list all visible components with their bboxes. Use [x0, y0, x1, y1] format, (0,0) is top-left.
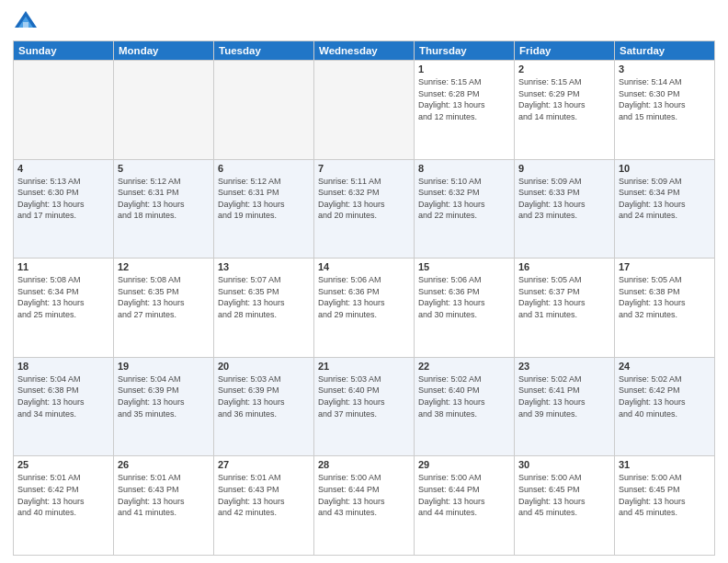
day-number: 13: [218, 261, 310, 272]
day-number: 14: [318, 261, 410, 272]
calendar-cell: 24Sunrise: 5:02 AM Sunset: 6:42 PM Dayli…: [615, 357, 715, 456]
day-info: Sunrise: 5:02 AM Sunset: 6:40 PM Dayligh…: [418, 373, 510, 419]
day-info: Sunrise: 5:01 AM Sunset: 6:43 PM Dayligh…: [118, 472, 210, 518]
day-number: 7: [318, 163, 410, 174]
day-info: Sunrise: 5:05 AM Sunset: 6:38 PM Dayligh…: [619, 274, 711, 320]
day-number: 23: [518, 361, 610, 372]
day-info: Sunrise: 5:00 AM Sunset: 6:44 PM Dayligh…: [418, 472, 510, 518]
day-number: 28: [318, 459, 410, 470]
weekday-header-saturday: Saturday: [615, 41, 715, 61]
calendar-cell: 21Sunrise: 5:03 AM Sunset: 6:40 PM Dayli…: [314, 357, 415, 456]
day-number: 1: [418, 63, 510, 75]
day-info: Sunrise: 5:15 AM Sunset: 6:29 PM Dayligh…: [518, 76, 610, 122]
calendar-cell: 14Sunrise: 5:06 AM Sunset: 6:36 PM Dayli…: [314, 259, 415, 358]
calendar-cell: 29Sunrise: 5:00 AM Sunset: 6:44 PM Dayli…: [415, 456, 515, 556]
day-info: Sunrise: 5:03 AM Sunset: 6:39 PM Dayligh…: [218, 373, 310, 419]
day-number: 17: [619, 261, 711, 272]
day-number: 27: [218, 459, 310, 470]
day-number: 16: [518, 261, 610, 272]
page: SundayMondayTuesdayWednesdayThursdayFrid…: [0, 0, 728, 563]
day-number: 31: [619, 459, 711, 470]
day-info: Sunrise: 5:03 AM Sunset: 6:40 PM Dayligh…: [318, 373, 410, 419]
calendar-cell: 26Sunrise: 5:01 AM Sunset: 6:43 PM Dayli…: [114, 456, 214, 556]
day-number: 20: [218, 361, 310, 372]
logo-icon: [13, 9, 39, 35]
logo: [13, 9, 42, 35]
day-number: 11: [17, 261, 109, 272]
day-number: 8: [418, 163, 510, 174]
calendar: SundayMondayTuesdayWednesdayThursdayFrid…: [13, 40, 715, 556]
weekday-header-sunday: Sunday: [14, 41, 114, 61]
calendar-week-row: 4Sunrise: 5:13 AM Sunset: 6:30 PM Daylig…: [14, 159, 715, 259]
weekday-header-tuesday: Tuesday: [214, 41, 314, 61]
day-number: 19: [118, 361, 210, 372]
day-number: 9: [518, 163, 610, 174]
calendar-cell: [314, 61, 415, 160]
day-number: 4: [17, 163, 109, 174]
day-number: 15: [418, 261, 510, 272]
day-info: Sunrise: 5:00 AM Sunset: 6:45 PM Dayligh…: [619, 472, 711, 518]
day-info: Sunrise: 5:08 AM Sunset: 6:34 PM Dayligh…: [17, 274, 109, 320]
day-info: Sunrise: 5:12 AM Sunset: 6:31 PM Dayligh…: [218, 176, 310, 222]
day-number: 29: [418, 459, 510, 470]
calendar-cell: 1Sunrise: 5:15 AM Sunset: 6:28 PM Daylig…: [415, 61, 515, 160]
day-info: Sunrise: 5:15 AM Sunset: 6:28 PM Dayligh…: [418, 76, 510, 122]
day-info: Sunrise: 5:12 AM Sunset: 6:31 PM Dayligh…: [118, 176, 210, 222]
calendar-cell: 4Sunrise: 5:13 AM Sunset: 6:30 PM Daylig…: [14, 159, 114, 259]
day-number: 3: [619, 63, 711, 75]
calendar-cell: 25Sunrise: 5:01 AM Sunset: 6:42 PM Dayli…: [14, 456, 114, 556]
day-info: Sunrise: 5:07 AM Sunset: 6:35 PM Dayligh…: [218, 274, 310, 320]
weekday-header-wednesday: Wednesday: [314, 41, 415, 61]
calendar-week-row: 1Sunrise: 5:15 AM Sunset: 6:28 PM Daylig…: [14, 61, 715, 160]
calendar-cell: 8Sunrise: 5:10 AM Sunset: 6:32 PM Daylig…: [415, 159, 515, 259]
day-number: 2: [518, 63, 610, 75]
day-info: Sunrise: 5:09 AM Sunset: 6:33 PM Dayligh…: [518, 176, 610, 222]
weekday-header-friday: Friday: [515, 41, 615, 61]
day-info: Sunrise: 5:04 AM Sunset: 6:39 PM Dayligh…: [118, 373, 210, 419]
calendar-cell: 19Sunrise: 5:04 AM Sunset: 6:39 PM Dayli…: [114, 357, 214, 456]
calendar-cell: 23Sunrise: 5:02 AM Sunset: 6:41 PM Dayli…: [515, 357, 615, 456]
day-info: Sunrise: 5:01 AM Sunset: 6:42 PM Dayligh…: [17, 472, 109, 518]
day-number: 10: [619, 163, 711, 174]
calendar-week-row: 11Sunrise: 5:08 AM Sunset: 6:34 PM Dayli…: [14, 259, 715, 358]
day-info: Sunrise: 5:14 AM Sunset: 6:30 PM Dayligh…: [619, 76, 711, 122]
calendar-cell: 15Sunrise: 5:06 AM Sunset: 6:36 PM Dayli…: [415, 259, 515, 358]
calendar-cell: 11Sunrise: 5:08 AM Sunset: 6:34 PM Dayli…: [14, 259, 114, 358]
day-number: 30: [518, 459, 610, 470]
calendar-cell: 9Sunrise: 5:09 AM Sunset: 6:33 PM Daylig…: [515, 159, 615, 259]
day-number: 21: [318, 361, 410, 372]
calendar-cell: 17Sunrise: 5:05 AM Sunset: 6:38 PM Dayli…: [615, 259, 715, 358]
day-info: Sunrise: 5:00 AM Sunset: 6:45 PM Dayligh…: [518, 472, 610, 518]
header: [13, 9, 715, 35]
calendar-cell: 20Sunrise: 5:03 AM Sunset: 6:39 PM Dayli…: [214, 357, 314, 456]
calendar-cell: 31Sunrise: 5:00 AM Sunset: 6:45 PM Dayli…: [615, 456, 715, 556]
day-info: Sunrise: 5:08 AM Sunset: 6:35 PM Dayligh…: [118, 274, 210, 320]
day-info: Sunrise: 5:09 AM Sunset: 6:34 PM Dayligh…: [619, 176, 711, 222]
calendar-cell: [14, 61, 114, 160]
weekday-header-thursday: Thursday: [415, 41, 515, 61]
calendar-cell: 22Sunrise: 5:02 AM Sunset: 6:40 PM Dayli…: [415, 357, 515, 456]
svg-rect-2: [23, 22, 28, 28]
day-number: 5: [118, 163, 210, 174]
calendar-cell: 30Sunrise: 5:00 AM Sunset: 6:45 PM Dayli…: [515, 456, 615, 556]
day-info: Sunrise: 5:02 AM Sunset: 6:42 PM Dayligh…: [619, 373, 711, 419]
calendar-cell: 6Sunrise: 5:12 AM Sunset: 6:31 PM Daylig…: [214, 159, 314, 259]
calendar-cell: 12Sunrise: 5:08 AM Sunset: 6:35 PM Dayli…: [114, 259, 214, 358]
day-info: Sunrise: 5:05 AM Sunset: 6:37 PM Dayligh…: [518, 274, 610, 320]
day-number: 22: [418, 361, 510, 372]
day-number: 25: [17, 459, 109, 470]
calendar-cell: [214, 61, 314, 160]
day-info: Sunrise: 5:10 AM Sunset: 6:32 PM Dayligh…: [418, 176, 510, 222]
day-info: Sunrise: 5:11 AM Sunset: 6:32 PM Dayligh…: [318, 176, 410, 222]
calendar-cell: 16Sunrise: 5:05 AM Sunset: 6:37 PM Dayli…: [515, 259, 615, 358]
calendar-cell: 28Sunrise: 5:00 AM Sunset: 6:44 PM Dayli…: [314, 456, 415, 556]
calendar-week-row: 18Sunrise: 5:04 AM Sunset: 6:38 PM Dayli…: [14, 357, 715, 456]
day-number: 24: [619, 361, 711, 372]
calendar-cell: 7Sunrise: 5:11 AM Sunset: 6:32 PM Daylig…: [314, 159, 415, 259]
day-info: Sunrise: 5:02 AM Sunset: 6:41 PM Dayligh…: [518, 373, 610, 419]
day-number: 12: [118, 261, 210, 272]
calendar-cell: 5Sunrise: 5:12 AM Sunset: 6:31 PM Daylig…: [114, 159, 214, 259]
calendar-cell: 2Sunrise: 5:15 AM Sunset: 6:29 PM Daylig…: [515, 61, 615, 160]
calendar-cell: 10Sunrise: 5:09 AM Sunset: 6:34 PM Dayli…: [615, 159, 715, 259]
day-number: 26: [118, 459, 210, 470]
